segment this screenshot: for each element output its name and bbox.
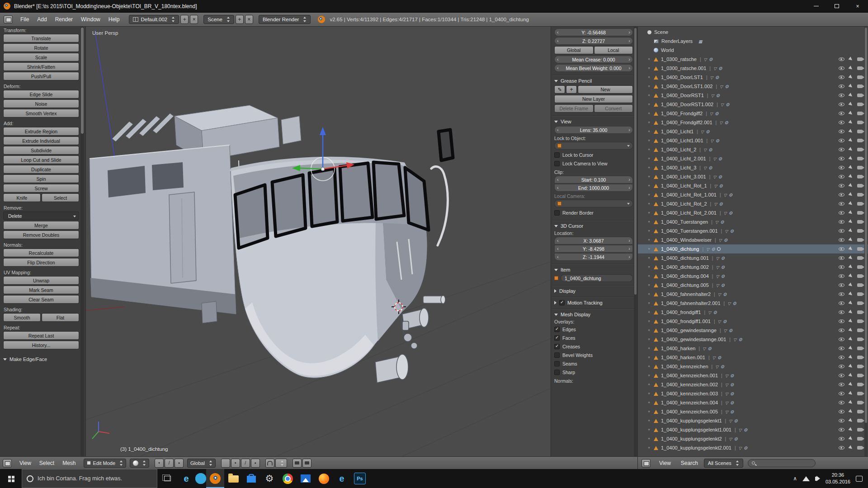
selectability-toggle[interactable] xyxy=(848,120,853,125)
selectability-toggle[interactable] xyxy=(848,201,853,206)
tool-button[interactable]: Rotate xyxy=(3,43,79,52)
visibility-toggle[interactable] xyxy=(839,66,844,70)
selectability-toggle[interactable] xyxy=(848,93,853,98)
tool-button[interactable]: Shrink/Fatten xyxy=(3,62,79,71)
outliner-row[interactable]: 1_0400_Licht_Rot_2 xyxy=(638,199,868,208)
renderability-toggle[interactable] xyxy=(857,347,863,350)
renderability-toggle[interactable] xyxy=(857,301,863,305)
object-name[interactable]: 1_0400_kennzeichen.004 xyxy=(661,400,718,405)
visibility-toggle[interactable] xyxy=(839,437,844,441)
panel-mesh-display[interactable]: Mesh Display xyxy=(554,312,633,317)
global-button[interactable]: Global xyxy=(554,46,594,54)
expand-icon[interactable] xyxy=(648,301,654,305)
outliner-row[interactable]: 1_0400_Licht1 xyxy=(638,127,868,136)
renderability-toggle[interactable] xyxy=(857,310,863,314)
selectability-toggle[interactable] xyxy=(848,174,853,179)
tool-button[interactable]: Smooth xyxy=(3,313,41,322)
cursor-x-field[interactable]: X: 3.0687 xyxy=(554,237,633,244)
toolshelf-scrollbar[interactable] xyxy=(80,27,84,456)
tool-button[interactable]: Loop Cut and Slide xyxy=(3,155,79,164)
object-name[interactable]: 1_0400_DoorRST1 xyxy=(661,93,704,98)
renderability-toggle[interactable] xyxy=(857,121,863,124)
renderability-toggle[interactable] xyxy=(857,392,863,395)
object-name[interactable]: 1_0400_frondgiff1 xyxy=(661,310,701,315)
object-name[interactable]: RenderLayers xyxy=(661,38,693,44)
renderability-toggle[interactable] xyxy=(857,211,863,215)
expand-icon[interactable] xyxy=(648,75,654,80)
tool-button[interactable]: Edge Slide xyxy=(3,90,79,99)
outliner-row[interactable]: 1_0400_frondgiff1.001 xyxy=(638,317,868,326)
selectability-toggle[interactable] xyxy=(848,264,853,269)
visibility-toggle[interactable] xyxy=(839,365,844,368)
object-name[interactable]: 1_0400_fahnenhalter2.001 xyxy=(661,300,721,306)
object-name[interactable]: 1_0400_DoorLST1 xyxy=(661,75,703,80)
visibility-toggle[interactable] xyxy=(839,310,844,314)
scene-selector[interactable]: Scene xyxy=(203,15,234,24)
expand-icon[interactable] xyxy=(648,373,654,378)
expand-icon[interactable] xyxy=(648,337,654,342)
renderability-toggle[interactable] xyxy=(857,202,863,206)
selectability-toggle[interactable] xyxy=(848,310,853,314)
object-name[interactable]: 1_0400_gewindestannge.001 xyxy=(661,337,726,342)
outliner-row[interactable]: 1_0400_Licht_3.001 xyxy=(638,172,868,181)
visibility-toggle[interactable] xyxy=(839,328,844,332)
add-scene-button[interactable] xyxy=(236,15,244,24)
expand-icon[interactable] xyxy=(648,129,654,134)
expand-icon[interactable] xyxy=(648,328,654,333)
taskbar-app-edge[interactable]: e xyxy=(177,469,195,488)
convert-button[interactable]: Convert xyxy=(594,104,633,113)
opengl-animation-button[interactable] xyxy=(302,459,311,468)
object-name[interactable]: 1_0400_Licht_Rot_1 xyxy=(661,183,707,188)
visibility-toggle[interactable] xyxy=(839,446,844,450)
renderability-toggle[interactable] xyxy=(857,84,863,88)
mean-bevel-weight-field[interactable]: Mean Bevel Weight: 0.000 xyxy=(554,64,633,72)
expand-icon[interactable] xyxy=(648,346,654,351)
renderability-toggle[interactable] xyxy=(857,419,863,422)
tool-button[interactable]: Extrude Region xyxy=(3,127,79,136)
outliner-row[interactable]: Scene xyxy=(638,28,868,37)
expand-icon[interactable] xyxy=(648,102,654,107)
taskbar-app-settings[interactable]: ⚙ xyxy=(260,469,278,488)
expand-icon[interactable] xyxy=(648,120,654,125)
selectability-toggle[interactable] xyxy=(848,409,853,414)
expand-icon[interactable] xyxy=(648,138,654,143)
renderability-toggle[interactable] xyxy=(857,292,863,296)
renderability-toggle[interactable] xyxy=(857,220,863,224)
renderability-toggle[interactable] xyxy=(857,148,863,151)
tool-button[interactable]: Remove Doubles xyxy=(3,230,79,239)
outliner-row[interactable]: 1_0400_fahnenhalter2.001 xyxy=(638,299,868,308)
outliner-row[interactable]: 1_0400_DoorRST1 xyxy=(638,91,868,100)
outliner-row[interactable]: 1_0400_Licht_2 xyxy=(638,145,868,154)
overlay-toggle[interactable]: Edges xyxy=(554,325,633,333)
outliner-row[interactable]: 1_0400_gewindestannge xyxy=(638,326,868,335)
selectability-toggle[interactable] xyxy=(848,66,853,70)
expand-icon[interactable] xyxy=(648,409,654,414)
object-name[interactable]: 1_0400_fahnenhalter2 xyxy=(661,291,711,297)
outliner-row[interactable]: 1_0300_ratsche.001 xyxy=(638,64,868,73)
object-name[interactable]: 1_0400_dichtung.002 xyxy=(661,264,709,270)
orientation-selector[interactable]: Global xyxy=(187,459,216,468)
selectability-toggle[interactable] xyxy=(848,56,853,61)
renderability-toggle[interactable] xyxy=(857,175,863,178)
expand-icon[interactable] xyxy=(648,355,654,360)
renderability-toggle[interactable] xyxy=(857,157,863,160)
renderability-toggle[interactable] xyxy=(857,328,863,332)
visibility-toggle[interactable] xyxy=(839,319,844,323)
object-name[interactable]: 1_0400_Licht1 xyxy=(661,129,693,134)
expand-icon[interactable] xyxy=(648,220,654,224)
median-y-field[interactable]: Y: -0.56468 xyxy=(554,28,633,36)
overlay-toggle[interactable]: Creases xyxy=(554,342,633,351)
outliner-row[interactable]: 1_0400_dichtung.001 xyxy=(638,253,868,263)
tool-button[interactable]: Mark Seam xyxy=(3,286,79,294)
renderability-toggle[interactable] xyxy=(857,75,863,79)
object-name[interactable]: 1_0400_Tuerstangen.001 xyxy=(661,228,718,234)
menubar-item[interactable]: File xyxy=(16,16,33,23)
selectability-toggle[interactable] xyxy=(848,337,853,342)
visibility-toggle[interactable] xyxy=(839,202,844,206)
clip-end-field[interactable]: End: 1000.000 xyxy=(554,184,633,192)
selectability-toggle[interactable] xyxy=(848,355,853,360)
tool-button[interactable]: Push/Pull xyxy=(3,72,79,80)
tool-button[interactable]: Merge xyxy=(3,221,79,230)
renderability-toggle[interactable] xyxy=(857,410,863,413)
expand-icon[interactable] xyxy=(648,147,654,152)
